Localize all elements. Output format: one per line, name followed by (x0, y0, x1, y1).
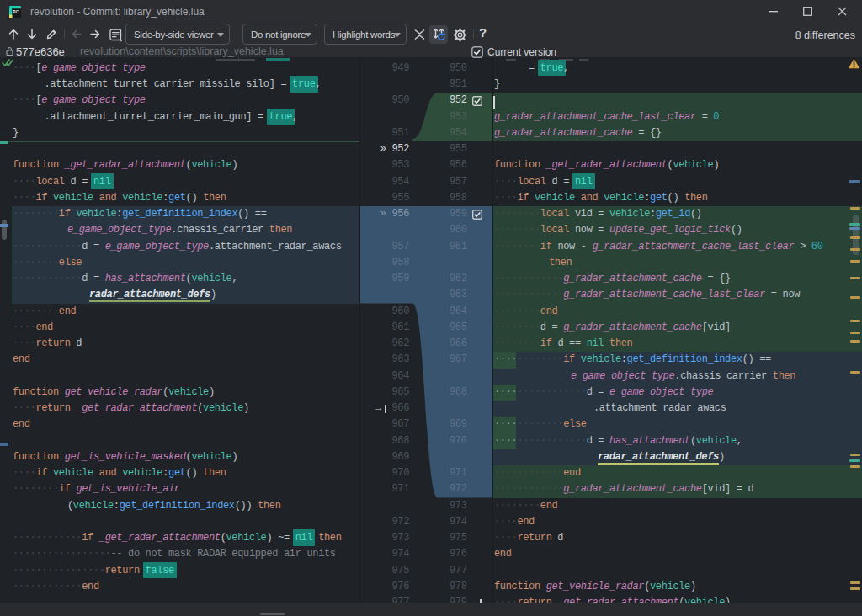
svg-text:PC: PC (13, 9, 19, 13)
